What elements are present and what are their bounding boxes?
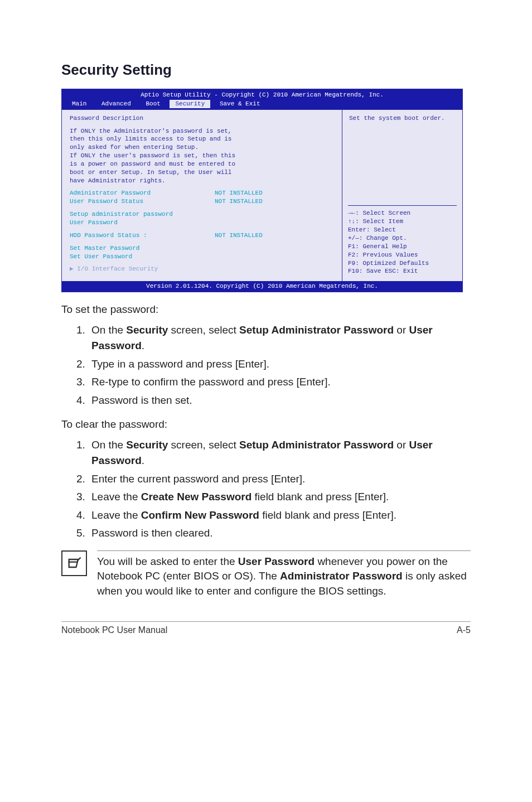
key-hint: ↑↓: Select Item [348,218,457,226]
io-interface-security-item: ▶ I/O Interface Security [70,265,334,273]
bios-tab-advanced: Advanced [96,100,137,108]
user-pw-status-label: User Password Status [70,197,215,206]
note-text: You will be asked to enter the User Pass… [97,550,471,599]
bios-tab-save-exit: Save & Exit [214,100,266,108]
to-set-steps: On the Security screen, select Setup Adm… [61,322,471,409]
bios-tab-row: Main Advanced Boot Security Save & Exit [62,100,462,109]
key-hint: +/—: Change Opt. [348,234,457,243]
list-item: Password is then set. [88,393,471,409]
pw-desc-line: only asked for when entering Setup. [70,143,334,152]
pw-desc-line: is a power on password and must be enter… [70,160,334,168]
list-item: On the Security screen, select Setup Adm… [88,322,471,354]
list-item: Password is then cleared. [88,525,471,542]
key-hint: F9: Optimized Defaults [348,259,457,268]
page-footer: Notebook PC User Manual A-5 [61,621,471,635]
user-pw-item: User Password [70,219,334,227]
section-heading: Security Setting [61,61,471,79]
user-pw-status-value: NOT INSTALLED [215,197,263,206]
to-set-intro: To set the password: [61,302,471,317]
to-clear-steps: On the Security screen, select Setup Adm… [61,437,471,542]
hdd-pw-label: HDD Password Status : [70,231,215,240]
bios-footer: Version 2.01.1204. Copyright (C) 2010 Am… [62,281,462,292]
key-hint: →←: Select Screen [348,209,457,218]
note-icon [61,550,87,576]
set-user-pw-item: Set User Password [70,253,334,261]
set-master-pw-item: Set Master Password [70,244,334,253]
key-hint: Enter: Select [348,226,457,234]
key-hint: F10: Save ESC: Exit [348,267,457,276]
list-item: On the Security screen, select Setup Adm… [88,437,471,469]
bios-left-pane: Password Description If ONLY the Adminis… [62,110,342,282]
pw-desc-line: If ONLY the Administrator's password is … [70,127,334,136]
bios-screenshot: Aptio Setup Utility - Copyright (C) 2010… [61,89,463,292]
list-item: Re-type to confirm the password and pres… [88,374,471,390]
footer-doc-title: Notebook PC User Manual [61,625,167,635]
setup-admin-pw-item: Setup administrator password [70,210,334,219]
key-hint: F1: General Help [348,243,457,251]
list-item: Leave the Confirm New Password field bla… [88,508,471,524]
pw-desc-line: If ONLY the user's password is set, then… [70,152,334,160]
bios-title: Aptio Setup Utility - Copyright (C) 2010… [62,89,462,100]
pw-desc-line: have Administrator rights. [70,177,334,185]
key-hint: F2: Previous Values [348,251,457,259]
to-clear-intro: To clear the password: [61,417,471,432]
list-item: Type in a password and press [Enter]. [88,356,471,373]
admin-pw-label: Administrator Password [70,189,215,197]
bios-tab-security: Security [170,100,210,108]
bios-right-pane: Set the system boot order. →←: Select Sc… [342,110,462,282]
bios-tab-main: Main [66,100,92,108]
list-item: Leave the Create New Password field blan… [88,489,471,505]
pw-desc-line: boot or enter Setup. In Setup, the User … [70,168,334,177]
pw-desc-header: Password Description [70,114,334,123]
hdd-pw-value: NOT INSTALLED [215,231,263,240]
info-note: You will be asked to enter the User Pass… [61,550,471,599]
list-item: Enter the current password and press [En… [88,471,471,487]
footer-page-num: A-5 [457,625,471,635]
bios-tab-boot: Boot [140,100,166,108]
admin-pw-value: NOT INSTALLED [215,189,263,197]
bios-key-hints: →←: Select Screen ↑↓: Select Item Enter:… [348,202,457,276]
bios-help-text: Set the system boot order. [349,114,456,123]
pw-desc-line: then this only limits access to Setup an… [70,135,334,143]
